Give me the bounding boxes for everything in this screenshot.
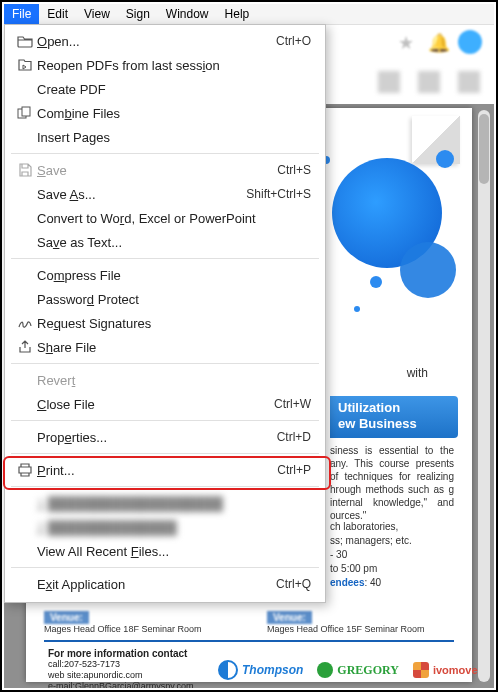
gregory-mark-icon xyxy=(317,662,333,678)
folder-open-icon xyxy=(13,34,37,48)
file-close[interactable]: Close File Ctrl+W xyxy=(5,392,325,416)
bell-icon[interactable]: 🔔 xyxy=(428,32,448,52)
reopen-icon xyxy=(13,58,37,72)
file-print[interactable]: Print... Ctrl+P xyxy=(5,458,325,482)
file-convert[interactable]: Convert to Word, Excel or PowerPoint xyxy=(5,206,325,230)
save-icon xyxy=(13,163,37,177)
footer-sponsor-band: For more information contact call:207-52… xyxy=(44,640,454,688)
ivomove-mark-icon xyxy=(413,662,429,678)
file-menu-dropdown: Open... Ctrl+O Reopen PDFs from last ses… xyxy=(4,24,326,603)
contact-info: For more information contact call:207-52… xyxy=(48,648,204,688)
tool-icon[interactable] xyxy=(458,71,480,93)
signature-icon xyxy=(13,316,37,330)
file-save-as-text[interactable]: Save as Text... xyxy=(5,230,325,254)
file-request-signatures[interactable]: Request Signatures xyxy=(5,311,325,335)
file-recent-1[interactable]: 1 ███████████████████ xyxy=(5,491,325,515)
hero-graphic xyxy=(310,116,460,316)
file-password-protect[interactable]: Password Protect xyxy=(5,287,325,311)
file-save: Save Ctrl+S xyxy=(5,158,325,182)
venue-a: Mages Head Office 18F Seminar Room xyxy=(44,624,231,634)
file-save-as[interactable]: Save As... Shift+Ctrl+S xyxy=(5,182,325,206)
file-recent-2[interactable]: 2 ██████████████ xyxy=(5,515,325,539)
body-paragraph: siness is essential to the any. This cou… xyxy=(330,444,454,522)
app-window: File Edit View Sign Window Help ★ 🔔 xyxy=(0,0,498,692)
menu-edit[interactable]: Edit xyxy=(39,4,76,24)
tool-icon[interactable] xyxy=(418,71,440,93)
vertical-scrollbar[interactable] xyxy=(478,110,490,682)
file-create-pdf[interactable]: Create PDF xyxy=(5,77,325,101)
toolbar-top-right: ★ 🔔 xyxy=(322,24,494,60)
menu-view[interactable]: View xyxy=(76,4,118,24)
sponsor-logo-ivomove: ivomove xyxy=(413,662,478,678)
share-icon xyxy=(13,340,37,354)
svg-rect-1 xyxy=(22,107,30,116)
sponsor-logo-gregory: GREGORY xyxy=(317,662,399,678)
venue-label: Venue: xyxy=(44,611,89,624)
file-exit[interactable]: Exit Application Ctrl+Q xyxy=(5,572,325,596)
sponsor-logo-thompson: Thompson xyxy=(218,660,303,680)
file-insert-pages[interactable]: Insert Pages xyxy=(5,125,325,149)
details-block: ch laboratories, ss; managers; etc. - 30… xyxy=(330,520,454,590)
venue-row: Venue: Mages Head Office 18F Seminar Roo… xyxy=(44,611,454,634)
account-avatar-icon[interactable] xyxy=(458,30,482,54)
section-heading-band: Utilizationew Business xyxy=(330,396,458,438)
menu-window[interactable]: Window xyxy=(158,4,217,24)
file-revert: Revert xyxy=(5,368,325,392)
file-compress[interactable]: Compress File xyxy=(5,263,325,287)
toolbar-secondary xyxy=(320,60,494,104)
file-view-all-recent[interactable]: View All Recent Files... xyxy=(5,539,325,563)
file-share[interactable]: Share File xyxy=(5,335,325,359)
venue-label: Venue: xyxy=(267,611,312,624)
venue-b: Mages Head Office 15F Seminar Room xyxy=(267,624,454,634)
menu-file[interactable]: File xyxy=(4,4,39,24)
combine-files-icon xyxy=(13,106,37,120)
menubar: File Edit View Sign Window Help xyxy=(4,4,494,25)
tool-icon[interactable] xyxy=(378,71,400,93)
file-combine[interactable]: Combine Files xyxy=(5,101,325,125)
menu-help[interactable]: Help xyxy=(217,4,258,24)
menu-sign[interactable]: Sign xyxy=(118,4,158,24)
file-reopen-last-session[interactable]: Reopen PDFs from last session xyxy=(5,53,325,77)
scrollbar-thumb[interactable] xyxy=(479,114,489,184)
star-icon[interactable]: ★ xyxy=(398,32,418,52)
file-properties[interactable]: Properties... Ctrl+D xyxy=(5,425,325,449)
hero-caption: with xyxy=(407,366,428,380)
thompson-mark-icon xyxy=(218,660,238,680)
file-open[interactable]: Open... Ctrl+O xyxy=(5,29,325,53)
print-icon xyxy=(13,463,37,477)
